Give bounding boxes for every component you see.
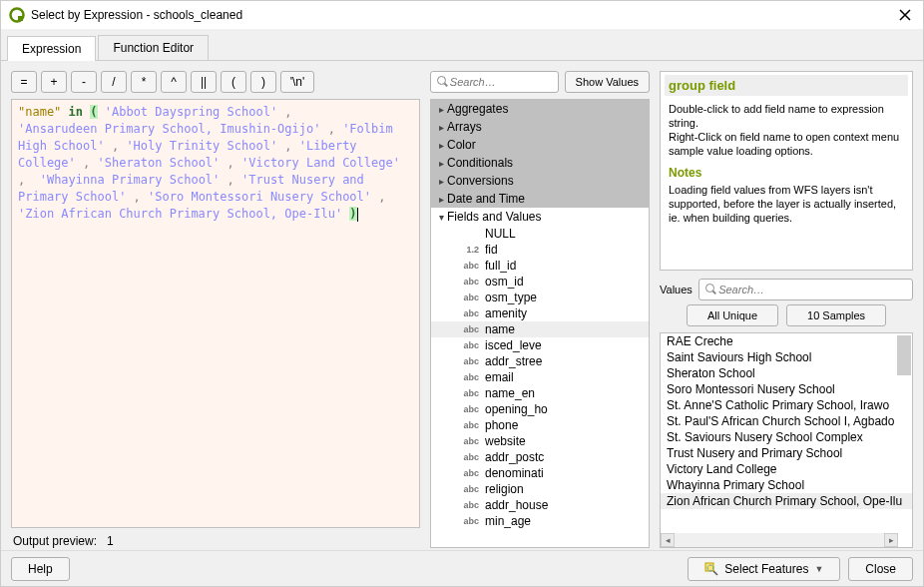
- operator-button[interactable]: (: [221, 71, 246, 93]
- field-label: addr_stree: [485, 354, 542, 368]
- help-button[interactable]: Help: [11, 557, 70, 581]
- value-item[interactable]: Soro Montessori Nusery School: [661, 381, 912, 397]
- value-item[interactable]: Sheraton School: [661, 365, 912, 381]
- help-text-1: Double-click to add field name to expres…: [669, 102, 904, 130]
- operator-button[interactable]: /: [101, 71, 127, 93]
- field-type-badge: abc: [459, 420, 479, 430]
- tree-field[interactable]: abcemail: [431, 369, 649, 385]
- chevron-right-icon: ▸: [435, 176, 447, 187]
- operator-button[interactable]: ^: [161, 71, 187, 93]
- operator-button[interactable]: ): [250, 71, 276, 93]
- value-item[interactable]: Victory Land College: [661, 461, 912, 477]
- tree-field[interactable]: abcwebsite: [431, 433, 649, 449]
- tree-field[interactable]: abcmin_age: [431, 513, 649, 529]
- value-item[interactable]: St. Anne'S Catholic Primary School, Iraw…: [661, 397, 912, 413]
- samples-button[interactable]: 10 Samples: [786, 304, 886, 326]
- tree-category-label: Fields and Values: [447, 210, 542, 224]
- operator-button[interactable]: -: [71, 71, 97, 93]
- tree-category[interactable]: ▾Fields and Values: [431, 208, 649, 226]
- values-buttons: All Unique 10 Samples: [660, 304, 913, 326]
- all-unique-button[interactable]: All Unique: [687, 304, 778, 326]
- select-features-button[interactable]: Select Features ▼: [688, 557, 840, 581]
- chevron-down-icon: ▾: [435, 212, 447, 223]
- tree-field[interactable]: abcphone: [431, 417, 649, 433]
- tree-field[interactable]: abcdenominati: [431, 465, 649, 481]
- tree-field[interactable]: abcaddr_postc: [431, 449, 649, 465]
- tab-function-editor[interactable]: Function Editor: [98, 35, 209, 60]
- tree-category-label: Conditionals: [447, 156, 513, 170]
- values-search-row: Values: [660, 279, 913, 300]
- tree-field[interactable]: abcosm_id: [431, 274, 649, 290]
- tree-field[interactable]: abcopening_ho: [431, 401, 649, 417]
- tree-field[interactable]: abcamenity: [431, 305, 649, 321]
- tree-category[interactable]: ▸Date and Time: [431, 190, 649, 208]
- help-text-2: Right-Click on field name to open contex…: [669, 130, 904, 158]
- tree-category-label: Arrays: [447, 120, 482, 134]
- expression-editor[interactable]: "name" in ( 'Abbot Dayspring School' , '…: [11, 99, 420, 528]
- tree-field[interactable]: abcisced_leve: [431, 337, 649, 353]
- value-item[interactable]: St. Saviours Nusery School Complex: [661, 429, 912, 445]
- scroll-left-button[interactable]: ◂: [661, 533, 675, 547]
- select-features-icon: [704, 562, 718, 576]
- value-item[interactable]: Saint Saviours High School: [661, 349, 912, 365]
- value-item[interactable]: Trust Nusery and Primary School: [661, 445, 912, 461]
- field-label: addr_postc: [485, 450, 544, 464]
- expression-panel: =+-/*^||()'\n' "name" in ( 'Abbot Dayspr…: [11, 71, 420, 548]
- tree-field[interactable]: abcaddr_house: [431, 497, 649, 513]
- tree-search-box[interactable]: [430, 71, 559, 93]
- dropdown-icon: ▼: [814, 564, 823, 574]
- field-type-badge: abc: [459, 500, 479, 510]
- operator-button[interactable]: '\n': [280, 71, 314, 93]
- tree-field[interactable]: abcname: [431, 321, 649, 337]
- value-item[interactable]: Whayinna Primary School: [661, 477, 912, 493]
- dialog-window: Select by Expression - schools_cleaned E…: [0, 0, 924, 587]
- tree-field[interactable]: abcaddr_stree: [431, 353, 649, 369]
- scrollbar-horizontal[interactable]: ◂ ▸: [661, 533, 898, 547]
- function-tree[interactable]: ▸Aggregates▸Arrays▸Color▸Conditionals▸Co…: [430, 99, 650, 548]
- value-item[interactable]: RAE Creche: [661, 333, 912, 349]
- svg-rect-1: [18, 16, 23, 21]
- operator-button[interactable]: ||: [191, 71, 217, 93]
- operator-button[interactable]: *: [131, 71, 157, 93]
- help-title: group field: [665, 75, 908, 96]
- field-label: osm_id: [485, 275, 524, 289]
- tree-category[interactable]: ▸Color: [431, 136, 649, 154]
- scroll-right-button[interactable]: ▸: [884, 533, 898, 547]
- value-item[interactable]: Zion African Church Primary School, Ope-…: [661, 493, 912, 509]
- tree-field[interactable]: abcreligion: [431, 481, 649, 497]
- value-item[interactable]: St. Paul'S African Church School I, Agba…: [661, 413, 912, 429]
- scrollbar-thumb[interactable]: [897, 335, 911, 375]
- tree-field[interactable]: abcfull_id: [431, 258, 649, 274]
- chevron-right-icon: ▸: [435, 194, 447, 205]
- tab-expression[interactable]: Expression: [7, 36, 96, 61]
- field-type-badge: 1.2: [459, 245, 479, 255]
- chevron-right-icon: ▸: [435, 122, 447, 133]
- tree-category[interactable]: ▸Conversions: [431, 172, 649, 190]
- show-values-button[interactable]: Show Values: [565, 71, 650, 93]
- search-icon: [705, 284, 716, 295]
- window-close-button[interactable]: [895, 5, 915, 25]
- operator-button[interactable]: =: [11, 71, 37, 93]
- tree-category-label: Color: [447, 138, 476, 152]
- values-list[interactable]: RAE CrecheSaint Saviours High SchoolSher…: [660, 332, 913, 548]
- values-search-box[interactable]: [698, 279, 913, 300]
- help-notes-body: Loading field values from WFS layers isn…: [669, 183, 904, 225]
- field-label: osm_type: [485, 291, 537, 304]
- tree-category[interactable]: ▸Conditionals: [431, 154, 649, 172]
- tree-search-input[interactable]: [448, 75, 552, 89]
- field-type-badge: abc: [459, 404, 479, 414]
- tree-category[interactable]: ▸Arrays: [431, 118, 649, 136]
- values-search-input[interactable]: [716, 283, 906, 296]
- tree-field[interactable]: 1.2fid: [431, 242, 649, 258]
- help-values-panel: group field Double-click to add field na…: [660, 71, 913, 548]
- close-button[interactable]: Close: [848, 557, 913, 581]
- help-box: group field Double-click to add field na…: [660, 71, 913, 271]
- operator-button[interactable]: +: [41, 71, 67, 93]
- field-label: amenity: [485, 306, 527, 320]
- tree-field[interactable]: abcname_en: [431, 385, 649, 401]
- field-label: NULL: [485, 227, 516, 241]
- tree-category[interactable]: ▸Aggregates: [431, 100, 649, 118]
- function-tree-panel: Show Values ▸Aggregates▸Arrays▸Color▸Con…: [430, 71, 650, 548]
- tree-field[interactable]: abcosm_type: [431, 290, 649, 305]
- tree-field[interactable]: NULL: [431, 226, 649, 242]
